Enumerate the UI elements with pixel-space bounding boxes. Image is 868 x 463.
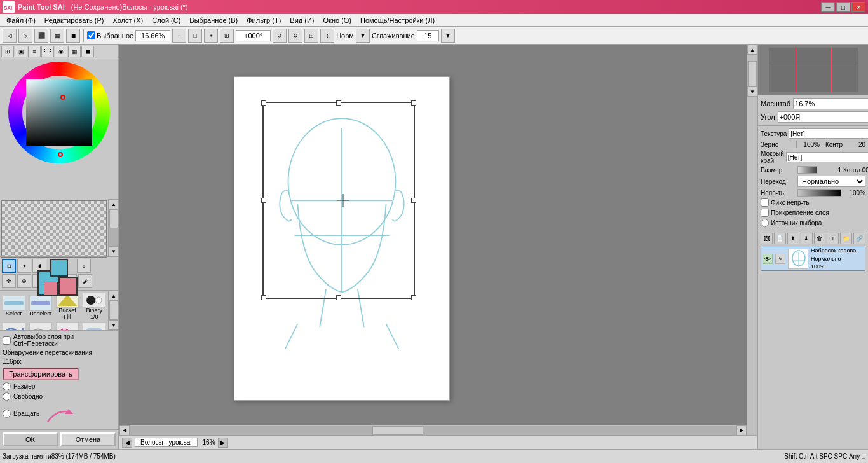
angle-btn-3[interactable]: ⊞ xyxy=(304,29,318,43)
scroll-down-1[interactable]: ▼ xyxy=(109,246,119,256)
blend-mode-select[interactable]: Нормально Умножение Экран xyxy=(797,176,865,187)
brush-binary[interactable]: Binary 1/0 xyxy=(82,293,107,321)
layer-item-1[interactable]: 👁 ✎ Набросок-голова Нормально 100% xyxy=(761,247,865,271)
brush-deselect[interactable]: Deselect xyxy=(28,296,53,317)
brush-paper[interactable]: Paper xyxy=(28,322,53,330)
ok-button[interactable]: ОК xyxy=(3,432,58,446)
layer-btn-2[interactable]: 📄 xyxy=(774,233,786,244)
color-wheel[interactable] xyxy=(8,62,110,163)
layer-btn-5[interactable]: 🗑 xyxy=(814,233,826,244)
smooth-input[interactable] xyxy=(417,30,439,41)
brush-scroll-up[interactable]: ▲ xyxy=(109,291,118,301)
tool-icon-7[interactable]: ◼ xyxy=(81,46,94,57)
lasso-tool[interactable]: ✦ xyxy=(17,259,31,273)
fix-opacity-checkbox[interactable] xyxy=(761,198,769,207)
canvas-area[interactable]: ▲ ▼ ◀ ▶ ◀ Волосы - урок.sai 16% ▶ xyxy=(119,45,757,449)
layer-btn-3[interactable]: ⬆ xyxy=(787,233,799,244)
scale-input[interactable] xyxy=(793,98,868,109)
select-tool[interactable]: ⊡ xyxy=(2,259,16,273)
layer-visibility-1[interactable]: 👁 xyxy=(763,254,773,264)
scroll-up-1[interactable]: ▲ xyxy=(109,199,119,209)
handle-tl[interactable] xyxy=(261,100,266,106)
menu-file[interactable]: Файл (Ф) xyxy=(3,15,39,25)
rotate-radio[interactable] xyxy=(3,410,11,418)
menu-filter[interactable]: Фильтр (Т) xyxy=(243,15,285,25)
bg-swatch[interactable] xyxy=(44,282,58,296)
cancel-button[interactable]: Отмена xyxy=(60,432,116,446)
menu-layer[interactable]: Слой (С) xyxy=(148,15,184,25)
toolbar-btn-3[interactable]: ⬛ xyxy=(34,29,48,43)
zoom-tool[interactable]: ⊕ xyxy=(17,274,31,288)
angle-btn-1[interactable]: ↺ xyxy=(273,29,287,43)
toolbar-btn-2[interactable]: ▷ xyxy=(18,29,32,43)
handle-br[interactable] xyxy=(411,295,416,300)
tool-icon-5[interactable]: ◉ xyxy=(55,46,67,57)
sel-source-radio[interactable] xyxy=(761,219,769,227)
brush-bucket[interactable]: Bucket Fill xyxy=(55,293,80,321)
tool-icon-1[interactable]: ⊞ xyxy=(1,46,14,57)
toolbar-btn-5[interactable]: ◼ xyxy=(66,29,80,43)
tool-icon-2[interactable]: ▣ xyxy=(15,46,27,57)
wet-input[interactable] xyxy=(786,152,868,162)
close-button[interactable]: ✕ xyxy=(851,2,865,12)
minimize-button[interactable]: ─ xyxy=(821,2,835,12)
toolbar-btn-1[interactable]: ◁ xyxy=(3,29,17,43)
color-wheel-area[interactable] xyxy=(0,59,118,199)
selected-checkbox[interactable] xyxy=(87,31,95,39)
menu-help[interactable]: Помощь/Настройки (Л) xyxy=(356,15,438,25)
layer-btn-1[interactable]: 🖼 xyxy=(761,233,773,244)
brush-crayon[interactable]: Crayon xyxy=(55,322,80,330)
canvas-vscroll[interactable]: ▲ ▼ xyxy=(747,45,757,435)
grain-slider[interactable] xyxy=(796,141,797,148)
swap-colors-btn[interactable]: ↕ xyxy=(77,259,91,273)
handle-bl[interactable] xyxy=(261,295,266,300)
free-radio[interactable] xyxy=(3,392,11,401)
handle-ml[interactable] xyxy=(261,198,266,203)
canvas-scroll-left[interactable]: ◀ xyxy=(119,425,130,436)
brush-acrylic[interactable]: Acrylic xyxy=(1,322,26,330)
layer-btn-8[interactable]: 🔗 xyxy=(853,233,865,244)
tool-icon-6[interactable]: ▦ xyxy=(68,46,81,57)
zoom-reset-btn[interactable]: □ xyxy=(188,29,202,43)
handle-tr[interactable] xyxy=(411,100,416,106)
size-slider[interactable] xyxy=(797,166,817,174)
menu-canvas[interactable]: Холст (Х) xyxy=(109,15,147,25)
auto-select-checkbox[interactable] xyxy=(3,336,11,345)
tool-icon-3[interactable]: ≡ xyxy=(28,46,41,57)
menu-edit[interactable]: Редактировать (Р) xyxy=(41,15,108,25)
next-file-btn[interactable]: ▶ xyxy=(218,438,228,448)
layer-btn-6[interactable]: + xyxy=(827,233,839,244)
canvas-scroll-down[interactable]: ▼ xyxy=(747,86,757,97)
handle-tc[interactable] xyxy=(336,100,341,106)
file-tab[interactable]: Волосы - урок.sai xyxy=(135,438,198,447)
angle-btn-4[interactable]: ↕ xyxy=(320,29,334,43)
layer-btn-4[interactable]: ⬇ xyxy=(801,233,813,244)
layer-edit-1[interactable]: ✎ xyxy=(775,254,785,264)
size-radio[interactable] xyxy=(3,382,11,390)
prev-file-btn[interactable]: ◀ xyxy=(122,438,132,448)
angle-btn-2[interactable]: ↻ xyxy=(288,29,302,43)
texture-input[interactable] xyxy=(789,128,868,139)
zoom-input[interactable] xyxy=(135,30,170,41)
smooth-dropdown[interactable]: ▼ xyxy=(441,29,455,43)
angle-input[interactable] xyxy=(236,30,271,41)
brush-select[interactable]: Select xyxy=(1,296,26,317)
background-color[interactable] xyxy=(58,277,78,296)
handle-mr[interactable] xyxy=(411,198,416,203)
zoom-minus-btn[interactable]: − xyxy=(172,29,186,43)
mode-dropdown[interactable]: ▼ xyxy=(356,29,370,43)
menu-window[interactable]: Окно (О) xyxy=(320,15,356,25)
menu-view[interactable]: Вид (И) xyxy=(286,15,318,25)
canvas-scroll-right[interactable]: ▶ xyxy=(736,425,747,436)
canvas-hscroll[interactable]: ◀ ▶ xyxy=(119,425,747,435)
transform-btn[interactable]: Трансформировать xyxy=(3,368,79,380)
toolbar-btn-4[interactable]: ▦ xyxy=(50,29,64,43)
brush-scroll-down[interactable]: ▼ xyxy=(109,320,118,330)
brush-blur[interactable]: Blur xyxy=(82,322,107,330)
pin-layer-checkbox[interactable] xyxy=(761,209,769,217)
layer-btn-7[interactable]: 📁 xyxy=(840,233,852,244)
brush-tool[interactable]: 🖌 xyxy=(78,274,92,288)
fg-swatch[interactable] xyxy=(50,259,68,277)
menu-selected[interactable]: Выбранное (В) xyxy=(186,15,241,25)
restore-button[interactable]: □ xyxy=(836,2,850,12)
